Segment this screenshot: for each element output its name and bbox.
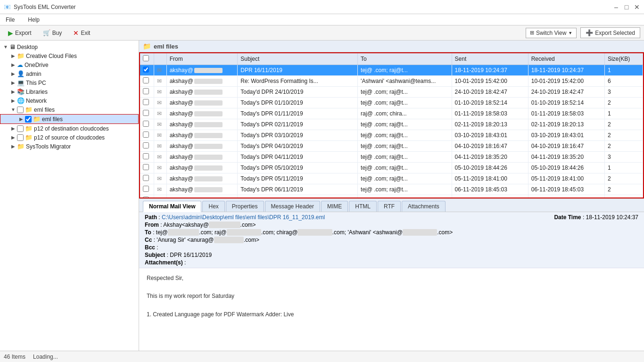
buy-button[interactable]: 🛒 Buy (39, 27, 66, 38)
row-checkbox[interactable] (143, 164, 149, 170)
col-header-size[interactable]: Size(KB) (604, 53, 643, 65)
p12dest-checkbox[interactable] (17, 125, 24, 132)
tab-message-header[interactable]: Message Header (265, 201, 320, 212)
close-button[interactable]: ✕ (634, 4, 640, 10)
col-header-sent[interactable]: Sent (452, 53, 528, 65)
email-icon-cell: ✉ (154, 119, 167, 130)
col-header-to[interactable]: To (358, 53, 452, 65)
email-to: raj@ .com; chira... (358, 108, 452, 119)
row-checkbox[interactable] (143, 88, 149, 94)
table-row[interactable]: ✉akshay@Re: WordPress Formatting Is...'A… (140, 76, 643, 87)
sidebar-item-creative[interactable]: ▶ 📁 Creative Cloud Files (0, 51, 139, 60)
row-checkbox[interactable] (143, 186, 149, 192)
expand-icon-systools[interactable]: ▶ (9, 144, 17, 149)
tab-html[interactable]: HTML (349, 201, 377, 212)
table-row[interactable]: ✉akshay@Today's DPR 04/10/2019tej@ .com;… (140, 141, 643, 152)
expand-icon-admin[interactable]: ▶ (9, 71, 17, 76)
minimize-button[interactable]: – (613, 4, 619, 10)
export-selected-button[interactable]: ➕ Export Selected (580, 27, 640, 38)
maximize-button[interactable]: □ (623, 4, 630, 10)
toolbar-left: ▶ Export 🛒 Buy ✕ Exit (4, 27, 94, 39)
sidebar-item-libraries[interactable]: ▶ 📚 Libraries (0, 87, 139, 96)
p12source-checkbox[interactable] (17, 134, 24, 141)
export-button[interactable]: ▶ Export (4, 27, 36, 39)
table-row[interactable]: ✉akshay@Today's DPR 03/10/2019tej@ .com;… (140, 130, 643, 141)
tab-mime[interactable]: MIME (321, 201, 348, 212)
email-subject: Today's DPR 05/11/2019 (238, 173, 358, 184)
datetime-row: Date Time : 18-11-2019 10:24:37 (554, 214, 638, 221)
select-all-checkbox[interactable] (143, 55, 149, 61)
tab-hex[interactable]: Hex (202, 201, 224, 212)
row-checkbox[interactable] (143, 99, 149, 105)
expand-icon-thispc[interactable]: ▶ (9, 80, 17, 85)
sidebar-item-onedrive[interactable]: ▶ ☁ OneDrive (0, 60, 139, 69)
sidebar-item-thispc[interactable]: ▶ 💻 This PC (0, 78, 139, 87)
email-table-container[interactable]: From Subject To Sent Received Size(KB) ✉… (139, 52, 644, 198)
path-value[interactable]: C:\Users\admin\Desktop\eml files\eml fil… (162, 214, 325, 221)
admin-icon: 👤 (17, 70, 25, 77)
email-received: 01-11-2019 18:58:03 (528, 108, 604, 119)
emlfiles-root-checkbox[interactable] (17, 107, 24, 113)
table-row[interactable]: ✉akshay@Today's DPR 06/11/2019tej@ .com;… (140, 184, 643, 195)
preview-tabs: Normal Mail View Hex Properties Message … (139, 199, 644, 212)
col-header-from[interactable]: From (166, 53, 238, 65)
menu-file[interactable]: File (3, 16, 17, 24)
email-size: 2 (604, 98, 643, 108)
tab-properties[interactable]: Properties (226, 201, 264, 212)
buy-label: Buy (52, 30, 62, 36)
expand-icon-creative[interactable]: ▶ (9, 53, 17, 58)
menu-help[interactable]: Help (25, 16, 42, 24)
table-row[interactable]: ✉akshay@Today'd DPR 24/10/2019tej@ .com;… (140, 87, 643, 98)
row-checkbox[interactable] (143, 121, 149, 127)
expand-icon[interactable]: ▼ (2, 44, 9, 49)
sidebar-item-p12dest[interactable]: ▶ 📁 p12 of destination cloudcodes (0, 124, 139, 133)
bcc-row: Bcc : (145, 244, 638, 251)
col-header-subject[interactable]: Subject (238, 53, 358, 65)
tab-normal-mail-view[interactable]: Normal Mail View (143, 201, 201, 212)
email-sent: 10-01-2019 15:42:00 (452, 76, 528, 87)
sidebar-item-p12source[interactable]: ▶ 📁 p12 of source of cloudcodes (0, 133, 139, 142)
exit-button[interactable]: ✕ Exit (69, 27, 94, 39)
expand-icon-network[interactable]: ▶ (9, 98, 17, 103)
row-checkbox[interactable] (143, 66, 149, 73)
expand-icon-emlroot[interactable]: ▼ (9, 107, 17, 112)
tab-rtf[interactable]: RTF (378, 201, 401, 212)
table-row[interactable]: ✉akshay@Today's DPR 01/11/2019raj@ .com;… (140, 108, 643, 119)
row-checkbox[interactable] (143, 77, 149, 83)
row-checkbox[interactable] (143, 142, 149, 148)
expand-icon-p12source[interactable]: ▶ (9, 135, 17, 140)
sidebar-item-desktop[interactable]: ▼ 🖥 Desktop (0, 42, 139, 51)
tab-attachments[interactable]: Attachments (402, 201, 446, 212)
sidebar-item-emlfiles-sub[interactable]: ▶ 📁 eml files (0, 114, 139, 124)
row-checkbox[interactable] (143, 153, 149, 159)
expand-icon-libraries[interactable]: ▶ (9, 89, 17, 94)
export-label: Export (15, 30, 32, 36)
expand-icon-onedrive[interactable]: ▶ (9, 62, 17, 67)
email-received: 02-11-2019 18:20:13 (528, 119, 604, 130)
status-item-count: 46 Items (4, 354, 25, 360)
table-row[interactable]: ✉akshay@Today's DPR 02/11/2019tej@ .com;… (140, 119, 643, 130)
switch-view-button[interactable]: ⊞ Switch View ▼ (526, 28, 577, 38)
email-sent: 04-11-2019 18:35:20 (452, 152, 528, 163)
table-row[interactable]: ✉akshay@Today's DPR 01/10/2019tej@ .com;… (140, 98, 643, 108)
email-icon-cell: ✉ (154, 108, 167, 119)
col-header-received[interactable]: Received (528, 53, 604, 65)
sidebar-item-emlfiles-root[interactable]: ▼ 📁 eml files (0, 105, 139, 114)
sidebar-item-systools[interactable]: ▶ 📁 SysTools Migrator (0, 142, 139, 151)
table-row[interactable]: ✉akshay@Today's DPR 04/11/2019tej@ .com;… (140, 152, 643, 163)
table-row[interactable]: ✉akshay@Today's DPR 07/10/2019tej@ .com;… (140, 195, 643, 199)
email-sent: 02-11-2019 18:20:13 (452, 119, 528, 130)
from-label: From (145, 222, 159, 228)
emlfiles-sub-checkbox[interactable] (25, 116, 32, 123)
sidebar-item-admin[interactable]: ▶ 👤 admin (0, 69, 139, 78)
email-received: 07-10-2019 18:30:52 (528, 195, 604, 199)
table-row[interactable]: ✉akshay@DPR 16/11/2019tej@ .com; raj@t..… (140, 65, 643, 76)
table-row[interactable]: ✉akshay@Today's DPR 05/11/2019tej@ .com;… (140, 173, 643, 184)
row-checkbox[interactable] (143, 175, 149, 181)
expand-icon-emlsub[interactable]: ▶ (17, 116, 25, 122)
expand-icon-p12dest[interactable]: ▶ (9, 126, 17, 131)
row-checkbox[interactable] (143, 110, 149, 116)
sidebar-item-network[interactable]: ▶ 🌐 Network (0, 96, 139, 105)
table-row[interactable]: ✉akshay@Today's DPR 05/10/2019tej@ .com;… (140, 163, 643, 173)
row-checkbox[interactable] (143, 132, 149, 138)
